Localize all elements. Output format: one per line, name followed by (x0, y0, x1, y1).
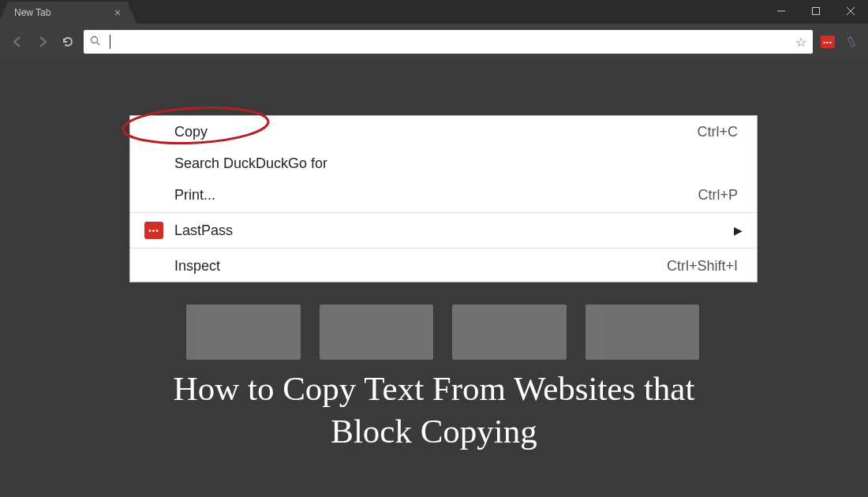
menu-separator (130, 248, 757, 248)
feather-extension-icon[interactable]: 𓆃 (843, 33, 860, 50)
svg-line-5 (97, 43, 99, 45)
close-tab-icon[interactable]: × (114, 6, 121, 19)
menu-item-print[interactable]: Print... Ctrl+P (130, 179, 757, 211)
article-headline: How to Copy Text From Websites thatBlock… (0, 368, 868, 453)
browser-chrome: New Tab × (0, 0, 868, 60)
context-menu: Copy Ctrl+C Search DuckDuckGo for Print.… (129, 115, 758, 282)
lastpass-icon: ••• (144, 222, 163, 239)
browser-toolbar: ☆ ••• 𓆃 (0, 24, 868, 60)
menu-item-search[interactable]: Search DuckDuckGo for (130, 148, 757, 179)
close-window-button[interactable] (833, 0, 868, 22)
menu-separator (130, 212, 757, 213)
text-cursor (110, 35, 110, 49)
menu-item-label: LastPass (174, 222, 233, 239)
background-placeholder (186, 305, 699, 360)
tab-strip: New Tab × (0, 0, 868, 24)
svg-point-4 (92, 37, 98, 43)
bookmark-star-icon[interactable]: ☆ (795, 35, 806, 50)
page-viewport: Copy Ctrl+C Search DuckDuckGo for Print.… (0, 60, 868, 497)
menu-item-lastpass[interactable]: ••• LastPass ▶ (130, 215, 757, 246)
menu-item-shortcut: Ctrl+C (697, 124, 738, 140)
browser-tab[interactable]: New Tab × (6, 2, 129, 24)
menu-item-label: Print... (174, 187, 215, 204)
window-controls (764, 0, 868, 22)
menu-item-inspect[interactable]: Inspect Ctrl+Shift+I (130, 250, 757, 282)
menu-item-label: Search DuckDuckGo for (174, 155, 327, 172)
maximize-button[interactable] (799, 0, 833, 22)
menu-item-shortcut: Ctrl+Shift+I (667, 258, 738, 275)
svg-rect-1 (813, 8, 820, 15)
menu-item-shortcut: Ctrl+P (698, 187, 738, 204)
search-icon (90, 36, 100, 48)
forward-button[interactable] (33, 32, 52, 51)
submenu-arrow-icon: ▶ (734, 224, 743, 237)
minimize-button[interactable] (764, 0, 799, 22)
tab-title: New Tab (14, 7, 51, 18)
address-bar[interactable]: ☆ (84, 30, 813, 54)
menu-item-label: Copy (174, 124, 208, 140)
menu-item-label: Inspect (174, 258, 220, 275)
menu-item-copy[interactable]: Copy Ctrl+C (130, 116, 757, 148)
reload-button[interactable] (58, 32, 77, 51)
back-button[interactable] (8, 32, 27, 51)
lastpass-extension-icon[interactable]: ••• (819, 33, 836, 50)
